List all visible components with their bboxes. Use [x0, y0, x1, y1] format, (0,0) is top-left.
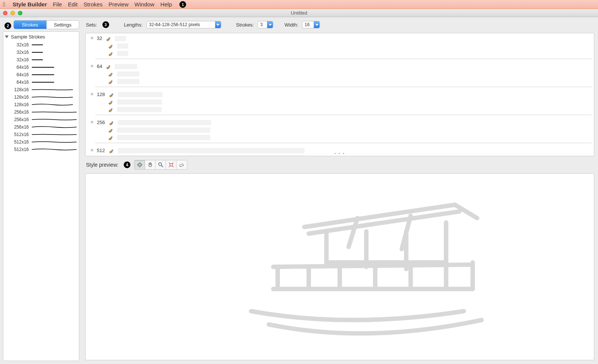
stroke-dimensions: 256x16: [11, 109, 29, 115]
stroke-dimensions: 64x16: [11, 80, 29, 85]
remove-set-icon[interactable]: ✕: [90, 120, 95, 125]
apple-menu[interactable]: : [3, 1, 5, 8]
stroke-slot[interactable]: [115, 64, 137, 69]
strokes-label: Strokes:: [236, 22, 254, 28]
stroke-item[interactable]: 64x16: [4, 78, 78, 86]
stroke-slot[interactable]: [117, 155, 304, 156]
stroke-dimensions: 128x16: [11, 102, 29, 107]
stroke-item[interactable]: 128x16: [4, 101, 78, 108]
svg-point-1: [139, 163, 141, 167]
stroke-slot[interactable]: [117, 43, 128, 49]
stroke-item[interactable]: 512x16: [4, 146, 78, 153]
brush-icon[interactable]: [106, 36, 111, 41]
lengths-select[interactable]: 32-64-128-256-512 pixels: [147, 21, 221, 28]
svg-point-2: [158, 163, 161, 166]
brush-icon[interactable]: [108, 107, 113, 112]
stroke-item[interactable]: 256x16: [4, 123, 78, 131]
stroke-item[interactable]: 128x16: [4, 86, 78, 93]
menu-preview[interactable]: Preview: [108, 1, 128, 7]
stroke-item[interactable]: 32x16: [4, 41, 78, 49]
stroke-item[interactable]: 512x16: [4, 138, 78, 146]
set-length-label: 32: [97, 36, 102, 41]
window-title: Untitled: [0, 10, 598, 16]
disclosure-triangle-icon[interactable]: [5, 36, 9, 38]
tool-orbit[interactable]: [135, 160, 145, 169]
width-select[interactable]: 16: [302, 21, 320, 28]
remove-set-icon[interactable]: ✕: [90, 36, 95, 41]
stroke-slot[interactable]: [117, 99, 162, 105]
stroke-slot[interactable]: [117, 71, 139, 77]
strokes-select[interactable]: 3: [258, 21, 273, 28]
stroke-slot[interactable]: [117, 127, 210, 133]
stroke-sample: [32, 148, 77, 151]
stroke-sample: [32, 59, 43, 60]
stroke-slot[interactable]: [117, 107, 162, 112]
brush-icon[interactable]: [108, 127, 113, 133]
callout-1: 1: [179, 1, 186, 8]
tab-strokes[interactable]: Strokes: [14, 21, 47, 29]
brush-icon[interactable]: [108, 79, 113, 84]
brush-icon[interactable]: [108, 155, 113, 156]
stroke-sample: [32, 111, 77, 113]
stroke-sample: [32, 118, 77, 121]
app-name[interactable]: Style Builder: [13, 1, 47, 7]
sidebar: 2 Strokes Settings Sample Strokes 32x163…: [0, 17, 82, 364]
stroke-sample: [32, 67, 54, 68]
stroke-dimensions: 128x16: [11, 95, 29, 100]
brush-icon[interactable]: [108, 71, 113, 77]
brush-icon[interactable]: [108, 51, 113, 56]
stroke-slot[interactable]: [117, 51, 128, 56]
set-length-label: 128: [97, 92, 105, 97]
brush-icon[interactable]: [108, 135, 113, 140]
svg-line-3: [161, 166, 163, 167]
stroke-item[interactable]: 256x16: [4, 108, 78, 116]
stroke-item[interactable]: 256x16: [4, 116, 78, 123]
resize-handle-icon[interactable]: ● ● ●: [86, 152, 594, 155]
stroke-item[interactable]: 64x16: [4, 71, 78, 78]
stroke-sample: [32, 89, 73, 91]
brush-icon[interactable]: [109, 92, 114, 97]
menu-edit[interactable]: Edit: [68, 1, 78, 7]
svg-rect-5: [180, 164, 184, 167]
tab-settings[interactable]: Settings: [47, 21, 79, 29]
tool-erase[interactable]: [176, 160, 187, 169]
remove-set-icon[interactable]: ✕: [90, 64, 95, 69]
stroke-list: Sample Strokes 32x1632x1632x1664x1664x16…: [3, 31, 79, 361]
stroke-sample: [32, 44, 43, 45]
window-titlebar: Untitled: [0, 9, 598, 17]
stroke-slot[interactable]: [118, 120, 211, 125]
brush-icon[interactable]: [108, 99, 113, 105]
brush-icon[interactable]: [108, 43, 113, 49]
svg-point-0: [138, 164, 142, 166]
remove-set-icon[interactable]: ✕: [90, 92, 95, 97]
stroke-item[interactable]: 128x16: [4, 93, 78, 101]
tool-zoom[interactable]: [155, 160, 166, 169]
stroke-item[interactable]: 32x16: [4, 56, 78, 64]
stroke-group-header[interactable]: Sample Strokes: [4, 33, 78, 41]
stroke-dimensions: 512x16: [11, 139, 29, 145]
tool-zoom-extents[interactable]: [166, 160, 176, 169]
stroke-slot[interactable]: [115, 36, 126, 41]
zoom-icon: [158, 162, 164, 168]
stroke-slot[interactable]: [117, 79, 139, 84]
pan-icon: [147, 162, 153, 168]
brush-icon[interactable]: [109, 120, 114, 125]
tool-pan[interactable]: [145, 160, 155, 169]
stroke-sample: [32, 82, 54, 83]
zoom-extents-icon: [168, 162, 174, 168]
menu-strokes[interactable]: Strokes: [84, 1, 103, 7]
stroke-dimensions: 256x16: [11, 117, 29, 122]
stroke-sample: [32, 52, 43, 53]
preview-canvas[interactable]: [85, 173, 594, 360]
stroke-item[interactable]: 32x16: [4, 49, 78, 56]
menu-window[interactable]: Window: [135, 1, 154, 7]
stroke-item[interactable]: 512x16: [4, 131, 78, 138]
stroke-slot[interactable]: [118, 92, 163, 97]
stroke-item[interactable]: 64x16: [4, 64, 78, 71]
set-group: ✕128: [88, 91, 592, 115]
menu-file[interactable]: File: [53, 1, 62, 7]
stroke-slot[interactable]: [117, 135, 210, 140]
menu-help[interactable]: Help: [160, 1, 172, 7]
stroke-group-title: Sample Strokes: [11, 34, 45, 40]
brush-icon[interactable]: [106, 64, 111, 69]
